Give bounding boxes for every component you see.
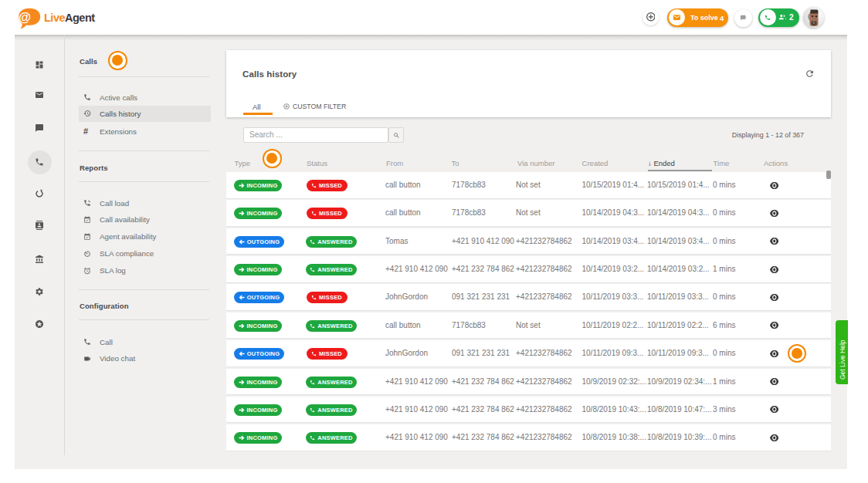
svg-text:@: @: [19, 10, 31, 24]
